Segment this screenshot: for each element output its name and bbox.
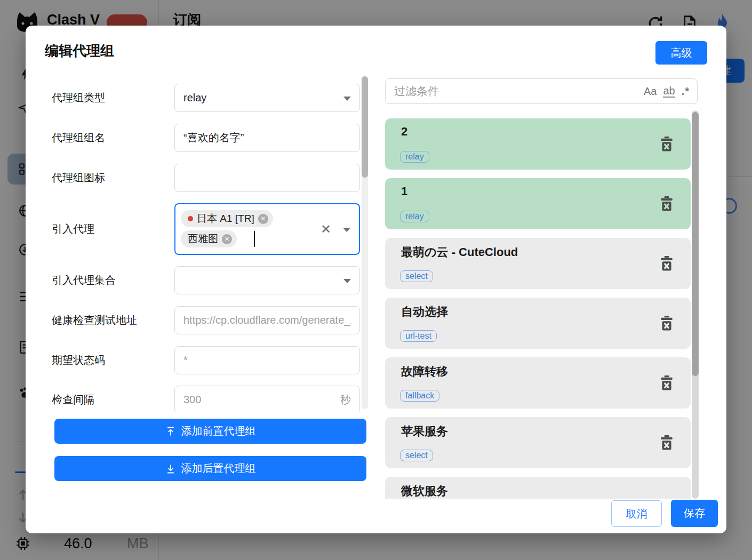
trash-icon <box>660 196 674 211</box>
trash-icon <box>660 137 674 151</box>
group-type-tag: relay <box>400 211 429 222</box>
delete-group-button[interactable] <box>660 137 674 151</box>
form-scrollbar-thumb[interactable] <box>362 76 368 178</box>
chevron-down-icon <box>343 97 351 101</box>
edit-proxy-group-dialog: 编辑代理组 高级 代理组类型 relay 代理组组名 “喜欢的名字” 代理组图标… <box>26 26 726 533</box>
dialog-title: 编辑代理组 <box>45 42 114 60</box>
save-button[interactable]: 保存 <box>671 500 718 527</box>
add-prepend-group-button[interactable]: 添加前置代理组 <box>54 419 366 444</box>
group-icon-label: 代理组图标 <box>52 164 172 192</box>
clear-field-icon[interactable]: ✕ <box>321 223 331 236</box>
delete-group-button[interactable] <box>660 196 674 211</box>
advanced-button[interactable]: 高级 <box>655 41 707 65</box>
add-append-group-button[interactable]: 添加后置代理组 <box>54 456 366 481</box>
chip-close-icon[interactable]: ✕ <box>258 214 268 224</box>
match-word-icon[interactable]: ab <box>663 85 675 98</box>
latency-dot-icon <box>188 216 193 221</box>
group-card[interactable]: 最萌の云 - CuteCloud select <box>385 238 691 289</box>
group-type-tag: select <box>400 270 433 282</box>
form-row-interval: 检查间隔 300 秒 <box>52 386 360 412</box>
expected-status-label: 期望状态码 <box>52 346 172 374</box>
form-row-use-proxies: 引入代理 日本 A1 [TR] ✕ 西雅图 ✕ ✕ <box>52 203 360 255</box>
interval-label: 检查间隔 <box>52 386 172 412</box>
form-row-expected-status: 期望状态码 * <box>52 346 360 374</box>
group-type-tag: url-test <box>400 330 437 342</box>
group-card[interactable]: 微软服务 <box>385 477 691 499</box>
match-case-icon[interactable]: Aa <box>644 85 657 98</box>
interval-unit: 秒 <box>340 393 351 407</box>
delete-group-button[interactable] <box>660 435 674 450</box>
delete-group-button[interactable] <box>660 375 674 390</box>
proxy-chip: 日本 A1 [TR] ✕ <box>181 210 273 227</box>
delete-group-button[interactable] <box>660 316 674 331</box>
interval-input[interactable]: 300 秒 <box>174 386 360 412</box>
use-proxies-multiselect[interactable]: 日本 A1 [TR] ✕ 西雅图 ✕ ✕ <box>174 203 360 255</box>
form-scroll-area: 代理组类型 relay 代理组组名 “喜欢的名字” 代理组图标 引入代理 日本 … <box>26 75 378 412</box>
health-url-label: 健康检查测试地址 <box>52 306 172 334</box>
form-row-use-provider: 引入代理集合 <box>52 266 360 294</box>
trash-icon <box>660 375 674 390</box>
trash-icon <box>660 256 674 271</box>
use-provider-select[interactable] <box>174 266 360 294</box>
trash-icon <box>660 316 674 331</box>
list-scrollbar <box>692 110 699 499</box>
form-row-group-type: 代理组类型 relay <box>52 84 360 112</box>
chip-close-icon[interactable]: ✕ <box>222 234 232 244</box>
text-cursor <box>254 231 255 247</box>
group-card[interactable]: 2 relay <box>385 118 691 170</box>
form-row-group-name: 代理组组名 “喜欢的名字” <box>52 124 360 152</box>
chevron-down-icon[interactable] <box>343 228 350 232</box>
filter-placeholder: 过滤条件 <box>394 84 637 99</box>
filter-input[interactable]: 过滤条件 Aa ab .* <box>385 78 698 104</box>
arrow-up-to-bar-icon <box>165 426 176 437</box>
group-name-input[interactable]: “喜欢的名字” <box>174 124 360 152</box>
chevron-down-icon <box>343 279 351 283</box>
group-type-tag: select <box>400 450 433 461</box>
proxy-chip: 西雅图 ✕ <box>181 230 237 247</box>
regex-icon[interactable]: .* <box>682 85 690 98</box>
form-row-health-url: 健康检查测试地址 https://cp.cloudflare.com/gener… <box>52 306 360 334</box>
list-scrollbar-thumb[interactable] <box>692 112 699 376</box>
group-icon-input[interactable] <box>174 164 360 192</box>
form-scrollbar <box>362 76 368 409</box>
group-type-tag: fallback <box>400 390 439 402</box>
form-row-group-icon: 代理组图标 <box>52 164 360 192</box>
group-card[interactable]: 故障转移 fallback <box>385 357 691 409</box>
group-card[interactable]: 1 relay <box>385 178 691 229</box>
use-proxies-label: 引入代理 <box>52 203 172 255</box>
group-list: 2 relay 1 relay 最萌の云 - CuteCloud select <box>385 110 700 499</box>
delete-group-button[interactable] <box>660 256 674 271</box>
cancel-button[interactable]: 取消 <box>611 500 662 527</box>
trash-icon <box>660 435 674 450</box>
expected-status-input[interactable]: * <box>174 346 360 374</box>
group-card[interactable]: 苹果服务 select <box>385 417 691 468</box>
group-type-tag: relay <box>400 151 429 163</box>
arrow-down-to-bar-icon <box>165 463 176 474</box>
group-type-select[interactable]: relay <box>174 84 360 112</box>
use-provider-label: 引入代理集合 <box>52 266 172 294</box>
group-name-label: 代理组组名 <box>52 124 172 152</box>
group-type-label: 代理组类型 <box>52 84 172 112</box>
health-check-url-input[interactable]: https://cp.cloudflare.com/generate_204 <box>174 306 360 334</box>
group-card[interactable]: 自动选择 url-test <box>385 298 691 349</box>
